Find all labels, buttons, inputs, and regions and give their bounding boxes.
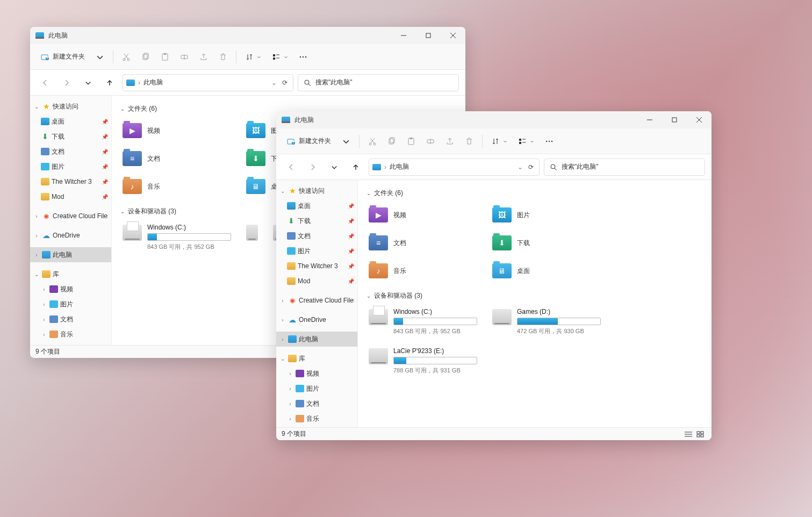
maximize-button[interactable] [662,111,687,128]
copy-button[interactable] [137,48,154,66]
breadcrumb-this-pc[interactable]: 此电脑 [390,162,409,171]
copy-button[interactable] [383,133,400,150]
sidebar-lib-pictures[interactable]: ›图片 [30,297,111,312]
up-button[interactable] [347,159,364,176]
new-folder-button[interactable]: +新建文件夹 [37,48,89,66]
new-folder-button[interactable]: +新建文件夹 [283,133,335,150]
sidebar-item-documents[interactable]: 文档📌 [276,228,357,243]
item-count: 9 个项目 [35,347,60,356]
folder-videos[interactable]: ▶视频 [367,203,479,227]
up-button[interactable] [101,74,118,91]
sidebar-item-pictures[interactable]: 图片📌 [276,243,357,258]
new-dropdown[interactable] [337,133,355,150]
cut-button[interactable] [118,48,135,66]
drive-c[interactable]: Windows (C:)843 GB 可用，共 952 GB [367,306,479,338]
minimize-button[interactable] [637,111,662,128]
refresh-button[interactable]: ⟳ [526,163,536,171]
forward-button[interactable] [304,159,321,176]
sidebar-lib-music[interactable]: ›音乐 [30,327,111,342]
sidebar-item-downloads[interactable]: ⬇下载📌 [30,129,111,144]
sidebar-ccf[interactable]: ›◉Creative Cloud Files [276,293,357,308]
sidebar-item-mod[interactable]: Mod📌 [276,274,357,289]
folder-pictures[interactable]: 🖼图片 [490,203,603,227]
rename-button[interactable] [176,48,193,66]
sidebar-item-pictures[interactable]: 图片📌 [30,159,111,174]
sidebar-lib-music[interactable]: ›音乐 [276,411,357,426]
minimize-button[interactable] [391,27,416,44]
sidebar-item-witcher[interactable]: The Witcher 3📌 [30,174,111,189]
view-button[interactable] [268,48,292,66]
titlebar[interactable]: 此电脑 [30,27,465,44]
sidebar-item-desktop[interactable]: 桌面📌 [30,114,111,129]
drive-e[interactable]: LaCie P'9233 (E:)788 GB 可用，共 931 GB [367,345,479,377]
address-bar[interactable]: › 此电脑 ⌄ ⟳ [123,74,293,91]
folder-desktop[interactable]: 🖥桌面 [490,259,603,283]
drives-section-header[interactable]: ⌄设备和驱动器 (3) [367,291,703,300]
toolbar: +新建文件夹 [276,128,712,154]
folders-section-header[interactable]: ⌄文件夹 (6) [367,189,703,198]
breadcrumb-this-pc[interactable]: 此电脑 [143,78,163,87]
paste-button[interactable] [156,48,174,66]
sidebar-ccf[interactable]: ›◉Creative Cloud Files [30,209,111,224]
folder-documents[interactable]: ≡文档 [367,231,479,255]
sidebar-lib-video[interactable]: ›视频 [30,282,111,297]
search-input[interactable]: 搜索"此电脑" [544,159,705,176]
sidebar-libraries[interactable]: ⌄库 [276,351,357,366]
sort-button[interactable] [241,48,265,66]
cut-button[interactable] [364,133,381,150]
pin-icon: 📌 [348,278,354,284]
sidebar-lib-pictures[interactable]: ›图片 [276,381,357,396]
sidebar-lib-documents[interactable]: ›文档 [276,396,357,411]
back-button[interactable] [283,159,300,176]
maximize-button[interactable] [416,27,441,44]
sidebar-item-documents[interactable]: 文档📌 [30,144,111,159]
sidebar-onedrive[interactable]: ›☁OneDrive [276,312,357,327]
folder-videos[interactable]: ▶视频 [120,119,233,142]
sidebar-lib-video[interactable]: ›视频 [276,366,357,381]
drive-c[interactable]: Windows (C:)843 GB 可用，共 952 GB [120,221,233,253]
titlebar[interactable]: 此电脑 [276,111,712,128]
paste-button[interactable] [403,133,420,150]
folder-documents[interactable]: ≡文档 [120,147,233,170]
more-button[interactable] [294,48,312,66]
drive-d[interactable]: Games (D:)472 GB 可用，共 930 GB [490,306,603,338]
tiles-view-button[interactable] [694,429,706,439]
recent-dropdown[interactable] [80,74,97,91]
sidebar-this-pc[interactable]: ›此电脑 [276,332,357,347]
address-bar[interactable]: › 此电脑 ⌄ ⟳ [369,159,540,176]
more-button[interactable] [541,133,558,150]
drive-partial[interactable] [244,221,260,253]
sidebar-item-downloads[interactable]: ⬇下载📌 [276,213,357,228]
chevron-down-icon[interactable]: ⌄ [518,163,523,171]
sidebar-this-pc[interactable]: ›此电脑 [30,247,111,262]
folder-music[interactable]: ♪音乐 [367,259,479,283]
view-button[interactable] [514,133,538,150]
delete-button[interactable] [214,48,232,66]
sort-button[interactable] [487,133,512,150]
refresh-button[interactable]: ⟳ [280,79,290,87]
search-input[interactable]: 搜索"此电脑" [298,74,459,91]
sidebar-item-desktop[interactable]: 桌面📌 [276,198,357,213]
delete-button[interactable] [461,133,478,150]
sidebar-quick-access[interactable]: ⌄★快速访问 [276,183,357,198]
sidebar-quick-access[interactable]: ⌄★快速访问 [30,99,111,114]
folder-music[interactable]: ♪音乐 [120,175,233,198]
back-button[interactable] [37,74,54,91]
new-dropdown[interactable] [91,48,109,66]
chevron-down-icon[interactable]: ⌄ [271,79,277,87]
sidebar-item-mod[interactable]: Mod📌 [30,189,111,204]
close-button[interactable] [687,111,712,128]
sidebar-lib-documents[interactable]: ›文档 [30,312,111,327]
folder-downloads[interactable]: ⬇下载 [490,231,603,255]
rename-button[interactable] [422,133,439,150]
sidebar-onedrive[interactable]: ›☁OneDrive [30,228,111,243]
close-button[interactable] [441,27,465,44]
share-button[interactable] [195,48,212,66]
details-view-button[interactable] [682,429,694,439]
recent-dropdown[interactable] [326,159,343,176]
sidebar-item-witcher[interactable]: The Witcher 3📌 [276,258,357,274]
statusbar: 9 个项目 [276,427,712,440]
forward-button[interactable] [58,74,75,91]
share-button[interactable] [441,133,458,150]
sidebar-libraries[interactable]: ⌄库 [30,267,111,282]
